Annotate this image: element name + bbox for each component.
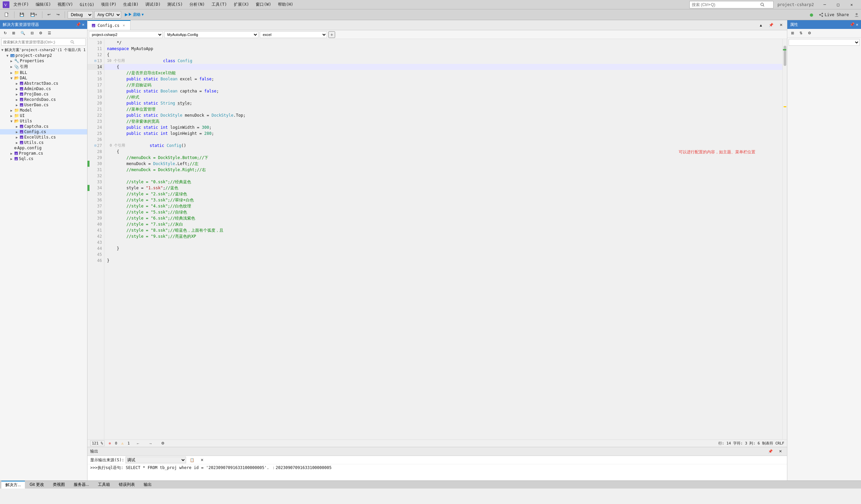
menu-project[interactable]: 项目(P) [98, 1, 119, 8]
code-line-28: { [104, 149, 782, 155]
output-copy-button[interactable]: 📋 [188, 457, 197, 463]
tree-item-appconfig[interactable]: ⚙ App.config [0, 145, 87, 151]
tree-item-config[interactable]: ▶ c# Config.cs [0, 129, 87, 135]
bottom-tab-output[interactable]: 输出 [140, 481, 156, 488]
tree-item-projdao[interactable]: ▶ c# ProjDao.cs [0, 92, 87, 97]
tree-item-solution[interactable]: ▼ S 解决方案'project-csharp2'(1 个项目/共 1 个) [0, 47, 87, 53]
bottom-tab-errors[interactable]: 错误列表 [115, 481, 139, 488]
minimize-button[interactable]: ─ [818, 0, 831, 10]
cs-file-icon2: c# [19, 87, 24, 91]
output-source-select[interactable]: 调试 生成 [125, 457, 186, 463]
start-button[interactable]: ▶ ▶ 启动 ▾ [122, 11, 146, 18]
tree-item-utilscs[interactable]: ▶ c# Utils.cs [0, 140, 87, 145]
collapse-button[interactable]: ⊟ [28, 30, 36, 36]
svg-text:c#: c# [20, 131, 23, 134]
tree-item-dal[interactable]: ▼ 📂 DAL [0, 75, 87, 81]
fold-13[interactable]: ⊟ [95, 58, 97, 64]
solution-search-bar[interactable] [1, 38, 86, 46]
save-button[interactable]: 💾 [17, 11, 27, 18]
props-grid-button[interactable]: ⊞ [789, 30, 796, 36]
tree-item-refs[interactable]: ▶ 📎 引用 [0, 64, 87, 70]
output-clear-button[interactable]: ✕ [198, 457, 206, 463]
zoom-level[interactable]: 121 % [90, 440, 105, 446]
properties-select[interactable] [789, 39, 860, 46]
tree-item-captcha[interactable]: ▶ c# Captcha.cs [0, 124, 87, 129]
properties-solution-btn[interactable]: ☰ [45, 30, 54, 36]
tab-close-panel[interactable]: ✕ [777, 22, 785, 28]
tree-item-recordsdao[interactable]: ▶ c# RecordsDao.cs [0, 97, 87, 102]
search-bar[interactable] [689, 1, 774, 9]
bottom-tab-git[interactable]: Git 更改 [26, 481, 48, 488]
solution-search-input[interactable] [3, 40, 70, 44]
code-content[interactable]: */ namespace MyAutoApp { 10 个引用 class Co… [104, 39, 782, 439]
menu-file[interactable]: 文件(F) [11, 1, 32, 8]
warning-count: 1 [127, 441, 130, 446]
tab-config-cs[interactable]: c# Config.cs ✕ [87, 20, 131, 30]
show-all-button[interactable]: ⊞ [10, 30, 17, 36]
bottom-tab-toolbox[interactable]: 工具箱 [94, 481, 114, 488]
redo-button[interactable]: ↪ [54, 11, 62, 18]
fold-27[interactable]: ⊟ [95, 142, 97, 149]
output-pin-button[interactable]: 📌 [766, 448, 775, 454]
menu-window[interactable]: 窗口(W) [253, 1, 274, 8]
cpu-config-select[interactable]: Any CPU x86 x64 [94, 11, 121, 18]
search-input[interactable] [692, 2, 759, 7]
menu-build[interactable]: 生成(B) [121, 1, 141, 8]
tree-item-project[interactable]: ▼ C# project-csharp2 [0, 53, 87, 58]
tree-item-model[interactable]: ▶ 📁 Model [0, 108, 87, 113]
tree-item-excelutils[interactable]: ▶ c# ExcelUtils.cs [0, 135, 87, 140]
menu-git[interactable]: Git(G) [77, 2, 97, 8]
menu-debug[interactable]: 调试(D) [143, 1, 164, 8]
close-panel-icon[interactable]: ✕ [82, 22, 84, 27]
menu-extensions[interactable]: 扩展(X) [231, 1, 252, 8]
menu-test[interactable]: 测试(S) [165, 1, 186, 8]
nav-forward-button[interactable]: → [146, 440, 155, 447]
menu-tools[interactable]: 工具(T) [209, 1, 230, 8]
scrollbar-thumb[interactable] [784, 46, 786, 66]
save-all-button[interactable]: 💾+ [28, 11, 39, 18]
undo-button[interactable]: ↩ [45, 11, 53, 18]
output-close-button[interactable]: ✕ [777, 448, 784, 454]
tree-item-abstractdao[interactable]: ▶ c# AbstractDao.cs [0, 81, 87, 86]
props-close-icon[interactable]: ✕ [856, 22, 858, 27]
tree-item-ui[interactable]: ▶ 📁 UI [0, 113, 87, 118]
project-dropdown[interactable]: project-csharp2 [89, 31, 163, 38]
close-button[interactable]: ✕ [845, 0, 858, 10]
nav-back-button[interactable]: ← [134, 440, 142, 447]
live-share-button[interactable]: Live Share [816, 12, 851, 18]
tree-item-admindao[interactable]: ▶ c# AdminDao.cs [0, 86, 87, 92]
tree-item-properties[interactable]: ▶ 🔧 Properties [0, 58, 87, 64]
bottom-tab-server[interactable]: 服务器... [70, 481, 93, 488]
pin-icon[interactable]: 📌 [76, 22, 81, 27]
tab-nav-up[interactable]: ▲ [757, 22, 765, 28]
member-dropdown[interactable]: excel [260, 31, 327, 38]
tab-config-cs-close[interactable]: ✕ [121, 23, 126, 28]
settings-button[interactable]: ⚙ [37, 30, 45, 36]
bottom-tab-class[interactable]: 类视图 [49, 481, 69, 488]
tree-item-userdao[interactable]: ▶ c# UserDao.cs [0, 102, 87, 108]
add-dropdown-button[interactable]: + [328, 31, 335, 38]
bottom-tab-solution[interactable]: 解决方... [1, 481, 25, 489]
tree-item-sql[interactable]: ▶ c# Sql.cs [0, 156, 87, 162]
nav-options-button[interactable]: ⚙ [159, 440, 167, 447]
tree-item-program[interactable]: ▶ c# Program.cs [0, 151, 87, 156]
tree-item-utils[interactable]: ▼ 📂 Utils [0, 118, 87, 124]
class-dropdown[interactable]: MyAutoApp.Config [164, 31, 258, 38]
props-settings-button[interactable]: ⚙ [806, 30, 814, 36]
maximize-button[interactable]: □ [831, 0, 845, 10]
props-pin-icon[interactable]: 📌 [850, 22, 855, 27]
code-scrollbar[interactable] [782, 39, 787, 439]
ln-38: 38 [87, 209, 104, 215]
tree-item-bll[interactable]: ▶ 📁 BLL [0, 70, 87, 75]
menu-view[interactable]: 视图(V) [55, 1, 76, 8]
debug-config-select[interactable]: Debug Release [68, 11, 93, 18]
new-button[interactable] [2, 11, 11, 18]
menu-edit[interactable]: 编辑(E) [33, 1, 54, 8]
menu-help[interactable]: 帮助(H) [275, 1, 296, 8]
props-sort-button[interactable]: ⇅ [797, 30, 805, 36]
appconfig-icon: ⚙ [14, 145, 16, 150]
menu-analyze[interactable]: 分析(N) [187, 1, 208, 8]
tab-nav-panel-pin[interactable]: 📌 [766, 22, 776, 28]
filter-button[interactable]: 🔍 [18, 30, 28, 36]
sync-button[interactable]: ↻ [1, 30, 9, 36]
